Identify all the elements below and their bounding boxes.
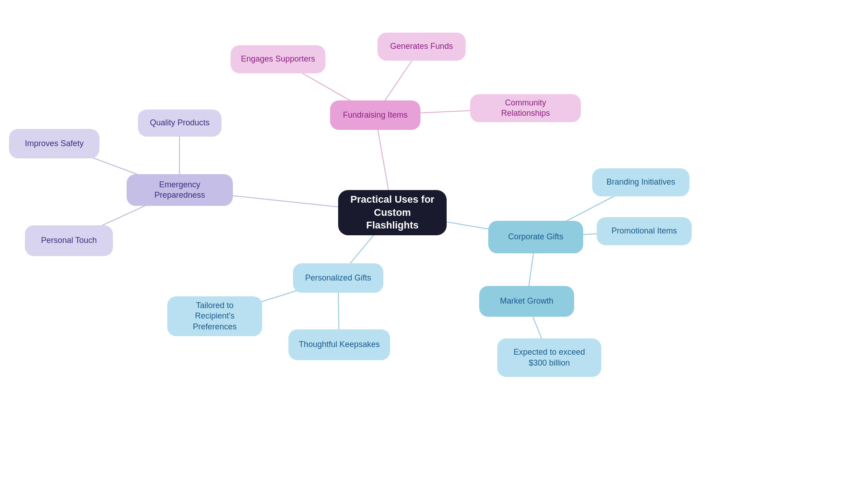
node-branding-initiatives: Branding Initiatives [592,168,689,196]
node-engages-supporters: Engages Supporters [231,45,326,73]
node-corporate-gifts: Corporate Gifts [488,221,583,253]
mindmap-connections [0,0,868,490]
node-expected-exceed: Expected to exceed $300 billion [497,338,601,377]
node-emergency-preparedness: Emergency Preparedness [127,174,233,206]
node-personalized-gifts: Personalized Gifts [293,263,383,293]
node-thoughtful-keepsakes: Thoughtful Keepsakes [288,329,390,360]
node-quality-products: Quality Products [138,109,222,137]
node-personal-touch: Personal Touch [25,225,113,256]
node-tailored-recipient: Tailored to Recipient's Preferences [167,296,262,336]
node-fundraising-items: Fundraising Items [330,100,420,130]
node-community-relationships: Community Relationships [470,94,581,122]
center-node: Practical Uses for Custom Flashlights [338,190,447,235]
node-market-growth: Market Growth [479,286,574,317]
node-improves-safety: Improves Safety [9,129,99,158]
node-promotional-items: Promotional Items [597,217,692,245]
node-generates-funds: Generates Funds [377,33,466,61]
